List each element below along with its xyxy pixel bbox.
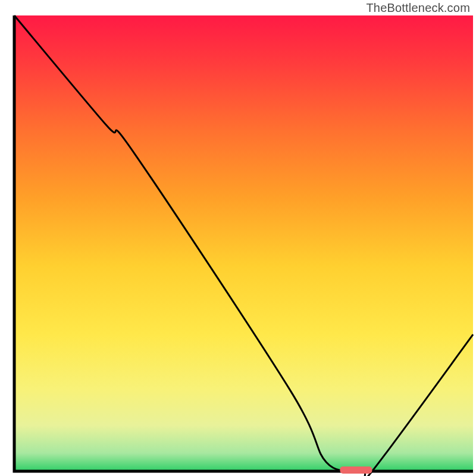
chart-container: { "watermark": "TheBottleneck.com", "cha… [0,0,476,476]
optimal-point-marker [340,466,372,474]
bottleneck-chart [0,0,476,476]
plot-background [14,15,473,471]
